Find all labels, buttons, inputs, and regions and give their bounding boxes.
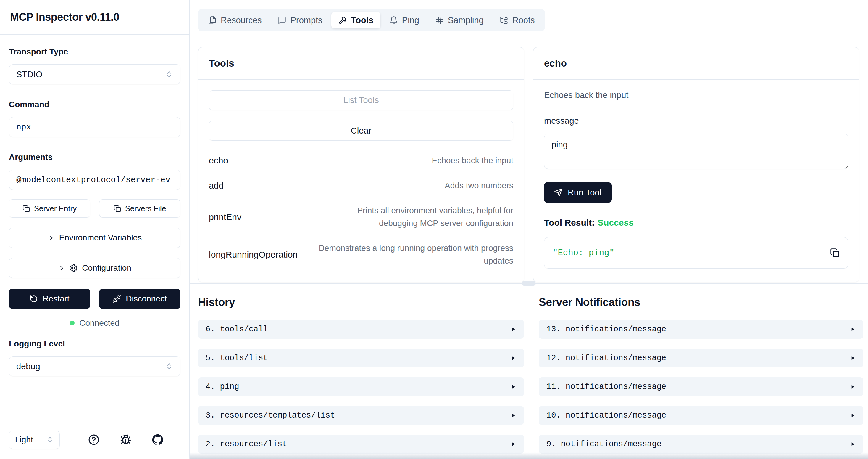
bug-report-button[interactable] bbox=[120, 434, 131, 446]
expand-triangle-icon bbox=[510, 412, 516, 419]
message-input[interactable]: ping bbox=[544, 134, 848, 169]
tool-list-item-longrunningoperation[interactable]: longRunningOperation Demonstrates a long… bbox=[209, 242, 513, 267]
notifications-list: 13. notifications/message 12. notificati… bbox=[539, 320, 863, 454]
notification-item[interactable]: 10. notifications/message bbox=[539, 406, 863, 425]
command-input[interactable] bbox=[9, 117, 181, 137]
copy-buttons-row: Server Entry Servers File bbox=[9, 199, 181, 218]
tool-detail-description: Echoes back the input bbox=[544, 90, 848, 100]
message-square-icon bbox=[278, 16, 286, 25]
list-tools-button[interactable]: List Tools bbox=[209, 90, 513, 110]
copy-icon bbox=[114, 205, 121, 212]
help-button[interactable] bbox=[88, 434, 99, 446]
chevron-right-icon bbox=[58, 264, 65, 272]
history-item-label: 4. ping bbox=[206, 382, 239, 391]
chevrons-up-down-icon bbox=[165, 363, 173, 370]
tab-resources[interactable]: Resources bbox=[201, 12, 269, 28]
disconnect-button[interactable]: Disconnect bbox=[99, 289, 181, 309]
help-circle-icon bbox=[88, 434, 99, 446]
notification-item-label: 11. notifications/message bbox=[547, 382, 666, 391]
transport-type-value: STDIO bbox=[16, 69, 42, 79]
github-button[interactable] bbox=[152, 434, 163, 446]
files-icon bbox=[208, 16, 217, 25]
restart-icon bbox=[30, 295, 38, 303]
tools-panel: Tools List Tools Clear echo Echoes back … bbox=[198, 47, 524, 282]
cards-row: Tools List Tools Clear echo Echoes back … bbox=[198, 47, 859, 282]
notification-item[interactable]: 12. notifications/message bbox=[539, 348, 863, 368]
chevron-right-icon bbox=[48, 234, 55, 242]
run-tool-button[interactable]: Run Tool bbox=[544, 182, 612, 203]
notification-item[interactable]: 11. notifications/message bbox=[539, 377, 863, 396]
history-item[interactable]: 2. resources/list bbox=[198, 435, 524, 454]
environment-variables-label: Environment Variables bbox=[59, 233, 142, 242]
tab-sampling[interactable]: Sampling bbox=[428, 12, 491, 28]
clear-button[interactable]: Clear bbox=[209, 121, 513, 141]
app-title: MCP Inspector v0.11.0 bbox=[10, 11, 119, 23]
tool-result-status: Success bbox=[598, 218, 634, 227]
footer-icons bbox=[88, 434, 163, 446]
notification-item[interactable]: 9. notifications/message bbox=[539, 435, 863, 454]
github-icon bbox=[152, 434, 163, 446]
tab-tools[interactable]: Tools bbox=[331, 12, 380, 28]
tool-description: Echoes back the input bbox=[432, 154, 513, 167]
unplug-icon bbox=[113, 295, 121, 303]
expand-triangle-icon bbox=[850, 326, 856, 332]
notification-item-label: 9. notifications/message bbox=[547, 440, 661, 449]
tab-prompts[interactable]: Prompts bbox=[271, 12, 330, 28]
history-item[interactable]: 6. tools/call bbox=[198, 320, 524, 339]
bug-icon bbox=[120, 434, 131, 446]
tool-list-item-echo[interactable]: echo Echoes back the input bbox=[209, 154, 513, 167]
mcp-inspector-app: MCP Inspector v0.11.0 Transport Type STD… bbox=[0, 0, 868, 459]
transport-type-select[interactable]: STDIO bbox=[9, 64, 181, 84]
tool-name: printEnv bbox=[209, 212, 241, 222]
gear-icon bbox=[69, 264, 78, 272]
logging-level-select[interactable]: debug bbox=[9, 356, 181, 376]
tool-list-item-add[interactable]: add Adds two numbers bbox=[209, 179, 513, 192]
send-icon bbox=[554, 188, 562, 197]
split-drag-handle[interactable] bbox=[522, 281, 536, 286]
server-entry-label: Server Entry bbox=[34, 204, 77, 213]
environment-variables-button[interactable]: Environment Variables bbox=[9, 228, 181, 248]
tab-ping[interactable]: Ping bbox=[382, 12, 426, 28]
history-item-label: 2. resources/list bbox=[206, 440, 287, 449]
sidebar-footer: Light bbox=[0, 420, 189, 459]
expand-triangle-icon bbox=[850, 355, 856, 361]
notification-item[interactable]: 13. notifications/message bbox=[539, 320, 863, 339]
server-entry-button[interactable]: Server Entry bbox=[9, 199, 90, 218]
tool-list-item-printenv[interactable]: printEnv Prints all environment variable… bbox=[209, 204, 513, 229]
copy-icon bbox=[23, 205, 30, 212]
expand-triangle-icon bbox=[850, 384, 856, 390]
theme-value: Light bbox=[15, 435, 33, 444]
logging-level-value: debug bbox=[16, 362, 40, 371]
tool-name: echo bbox=[209, 155, 228, 166]
history-item[interactable]: 5. tools/list bbox=[198, 348, 524, 368]
tab-label: Roots bbox=[513, 16, 535, 25]
tool-description: Demonstrates a long running operation wi… bbox=[318, 242, 513, 267]
horizontal-split-divider bbox=[190, 283, 868, 284]
status-dot bbox=[70, 321, 74, 325]
configuration-button[interactable]: Configuration bbox=[9, 258, 181, 278]
history-item[interactable]: 4. ping bbox=[198, 377, 524, 396]
history-item-label: 5. tools/list bbox=[206, 353, 268, 363]
copy-result-button[interactable] bbox=[830, 248, 840, 258]
bell-icon bbox=[389, 16, 398, 25]
servers-file-label: Servers File bbox=[125, 204, 166, 213]
theme-select[interactable]: Light bbox=[9, 431, 60, 449]
notification-item-label: 12. notifications/message bbox=[547, 353, 666, 363]
tool-detail-panel: echo Echoes back the input message ping … bbox=[533, 47, 859, 282]
main-bottom: History 6. tools/call 5. tools/list 4. p… bbox=[190, 284, 868, 459]
servers-file-button[interactable]: Servers File bbox=[99, 199, 181, 218]
server-notifications-panel: Server Notifications 13. notifications/m… bbox=[529, 284, 868, 459]
history-item[interactable]: 3. resources/templates/list bbox=[198, 406, 524, 425]
chevrons-up-down-icon bbox=[46, 436, 54, 443]
tool-list: echo Echoes back the input add Adds two … bbox=[209, 154, 513, 267]
restart-button[interactable]: Restart bbox=[9, 289, 90, 309]
notification-item-label: 13. notifications/message bbox=[547, 325, 666, 334]
param-label-message: message bbox=[544, 116, 848, 126]
status-label: Connected bbox=[79, 318, 119, 328]
arguments-input[interactable] bbox=[9, 170, 181, 190]
tool-detail-body: Echoes back the input message ping Run T… bbox=[533, 80, 859, 282]
tab-roots[interactable]: Roots bbox=[493, 12, 542, 28]
tab-bar: Resources Prompts Tools Ping Sampling bbox=[198, 9, 545, 31]
tool-result-line: Tool Result:Success bbox=[544, 218, 848, 228]
disconnect-label: Disconnect bbox=[126, 294, 167, 304]
